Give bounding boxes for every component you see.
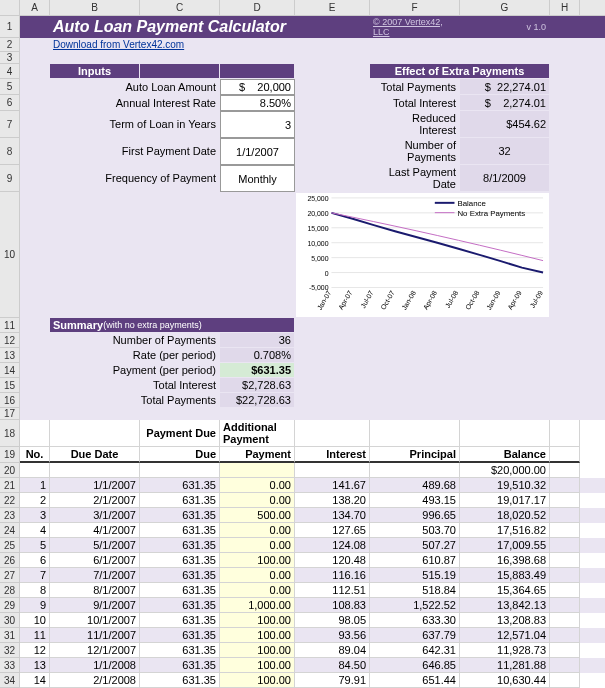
cell-date[interactable]: 1/1/2007 (50, 478, 140, 493)
cell-no[interactable]: 9 (20, 598, 50, 613)
cell-add[interactable]: 0.00 (220, 478, 295, 493)
cell-add[interactable]: 100.00 (220, 553, 295, 568)
cell-no[interactable]: 2 (20, 493, 50, 508)
cell-add[interactable]: 0.00 (220, 583, 295, 598)
amount-input[interactable]: $ 20,000 (220, 79, 295, 95)
cell-date[interactable]: 2/1/2007 (50, 493, 140, 508)
cell-no[interactable]: 13 (20, 658, 50, 673)
cell-add[interactable]: 0.00 (220, 523, 295, 538)
cell-date[interactable]: 6/1/2007 (50, 553, 140, 568)
cell-prin[interactable]: 633.30 (370, 613, 460, 628)
cell-int[interactable]: 84.50 (295, 658, 370, 673)
cell-int[interactable]: 124.08 (295, 538, 370, 553)
cell-no[interactable]: 14 (20, 673, 50, 688)
cell-bal[interactable]: 15,364.65 (460, 583, 550, 598)
cell-date[interactable]: 7/1/2007 (50, 568, 140, 583)
cell-add[interactable]: 0.00 (220, 493, 295, 508)
cell-add[interactable]: 100.00 (220, 658, 295, 673)
cell-add[interactable]: 100.00 (220, 643, 295, 658)
cell-prin[interactable]: 1,522.52 (370, 598, 460, 613)
cell-prin[interactable]: 518.84 (370, 583, 460, 598)
cell-bal[interactable]: 17,516.82 (460, 523, 550, 538)
cell-add[interactable]: 500.00 (220, 508, 295, 523)
cell-bal[interactable]: 16,398.68 (460, 553, 550, 568)
cell-int[interactable]: 116.16 (295, 568, 370, 583)
cell-prin[interactable]: 507.27 (370, 538, 460, 553)
cell-int[interactable]: 93.56 (295, 628, 370, 643)
copyright[interactable]: © 2007 Vertex42, LLC (370, 16, 460, 38)
freq-input[interactable]: Monthly (220, 165, 295, 192)
term-input[interactable]: 3 (220, 111, 295, 138)
cell-bal[interactable]: 19,017.17 (460, 493, 550, 508)
cell-prin[interactable]: 642.31 (370, 643, 460, 658)
cell-date[interactable]: 2/1/2008 (50, 673, 140, 688)
cell-date[interactable]: 1/1/2008 (50, 658, 140, 673)
cell-int[interactable]: 138.20 (295, 493, 370, 508)
cell-no[interactable]: 10 (20, 613, 50, 628)
cell-prin[interactable]: 503.70 (370, 523, 460, 538)
cell-pay[interactable]: 631.35 (140, 598, 220, 613)
cell-int[interactable]: 98.05 (295, 613, 370, 628)
cell-no[interactable]: 8 (20, 583, 50, 598)
cell-int[interactable]: 127.65 (295, 523, 370, 538)
cell-pay[interactable]: 631.35 (140, 583, 220, 598)
cell-date[interactable]: 12/1/2007 (50, 643, 140, 658)
cell-bal[interactable]: 11,928.73 (460, 643, 550, 658)
cell-date[interactable]: 10/1/2007 (50, 613, 140, 628)
cell-add[interactable]: 0.00 (220, 538, 295, 553)
cell-prin[interactable]: 489.68 (370, 478, 460, 493)
cell-no[interactable]: 12 (20, 643, 50, 658)
cell-bal[interactable]: 10,630.44 (460, 673, 550, 688)
cell-bal[interactable]: 18,020.52 (460, 508, 550, 523)
cell-pay[interactable]: 631.35 (140, 508, 220, 523)
cell-prin[interactable]: 996.65 (370, 508, 460, 523)
cell-pay[interactable]: 631.35 (140, 523, 220, 538)
cell-date[interactable]: 4/1/2007 (50, 523, 140, 538)
cell-no[interactable]: 4 (20, 523, 50, 538)
cell-pay[interactable]: 631.35 (140, 478, 220, 493)
cell-pay[interactable]: 631.35 (140, 643, 220, 658)
cell-date[interactable]: 5/1/2007 (50, 538, 140, 553)
download-link[interactable]: Download from Vertex42.com (50, 38, 220, 52)
cell-pay[interactable]: 631.35 (140, 628, 220, 643)
cell-no[interactable]: 7 (20, 568, 50, 583)
cell-int[interactable]: 141.67 (295, 478, 370, 493)
cell-int[interactable]: 89.04 (295, 643, 370, 658)
cell-int[interactable]: 79.91 (295, 673, 370, 688)
cell-date[interactable]: 3/1/2007 (50, 508, 140, 523)
cell-pay[interactable]: 631.35 (140, 538, 220, 553)
cell-pay[interactable]: 631.35 (140, 553, 220, 568)
cell-pay[interactable]: 631.35 (140, 613, 220, 628)
cell-prin[interactable]: 637.79 (370, 628, 460, 643)
cell-add[interactable]: 1,000.00 (220, 598, 295, 613)
cell-bal[interactable]: 13,208.83 (460, 613, 550, 628)
cell-no[interactable]: 3 (20, 508, 50, 523)
cell-int[interactable]: 108.83 (295, 598, 370, 613)
cell-bal[interactable]: 17,009.55 (460, 538, 550, 553)
cell-date[interactable]: 11/1/2007 (50, 628, 140, 643)
cell-add[interactable]: 100.00 (220, 613, 295, 628)
cell-pay[interactable]: 631.35 (140, 493, 220, 508)
cell-no[interactable]: 5 (20, 538, 50, 553)
cell-bal[interactable]: 19,510.32 (460, 478, 550, 493)
cell-add[interactable]: 100.00 (220, 628, 295, 643)
cell-no[interactable]: 1 (20, 478, 50, 493)
cell-pay[interactable]: 631.35 (140, 568, 220, 583)
cell-bal[interactable]: 13,842.13 (460, 598, 550, 613)
cell-prin[interactable]: 651.44 (370, 673, 460, 688)
cell-int[interactable]: 112.51 (295, 583, 370, 598)
cell-no[interactable]: 6 (20, 553, 50, 568)
cell-int[interactable]: 134.70 (295, 508, 370, 523)
cell-date[interactable]: 9/1/2007 (50, 598, 140, 613)
cell-add[interactable]: 100.00 (220, 673, 295, 688)
cell-bal[interactable]: 15,883.49 (460, 568, 550, 583)
cell-no[interactable]: 11 (20, 628, 50, 643)
cell-pay[interactable]: 631.35 (140, 658, 220, 673)
cell-prin[interactable]: 493.15 (370, 493, 460, 508)
cell-bal[interactable]: 11,281.88 (460, 658, 550, 673)
cell-add[interactable]: 0.00 (220, 568, 295, 583)
firstdate-input[interactable]: 1/1/2007 (220, 138, 295, 165)
cell-bal[interactable]: 12,571.04 (460, 628, 550, 643)
cell-pay[interactable]: 631.35 (140, 673, 220, 688)
rate-input[interactable]: 8.50% (220, 95, 295, 111)
